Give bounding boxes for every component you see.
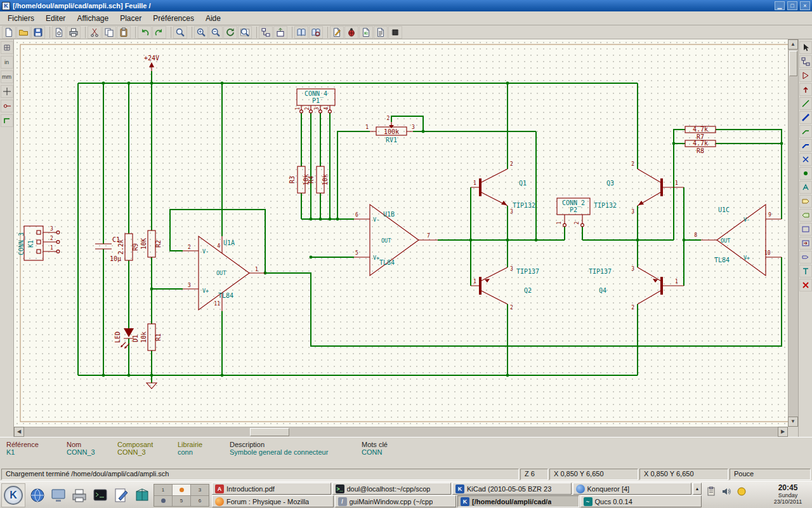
taskbar: K 1 3 5 6 AIntroduction.pdf >_doul@local… [0, 481, 812, 508]
notifier-tray-icon[interactable] [736, 486, 747, 497]
cut-button[interactable] [88, 26, 102, 39]
page-settings-button[interactable] [52, 26, 66, 39]
undo-button[interactable] [138, 26, 152, 39]
clipboard-tray-icon[interactable] [705, 486, 717, 497]
new-page-icon [4, 27, 14, 37]
hierarchy-select-button[interactable] [799, 55, 812, 68]
open-schematic-button[interactable] [16, 26, 30, 39]
bus-to-bus-entry-button[interactable] [799, 139, 812, 152]
taskbar-item-konqueror-group[interactable]: Konqueror [4] [573, 483, 692, 495]
netlist-button[interactable] [359, 26, 373, 39]
close-button[interactable]: × [800, 1, 810, 10]
horizontal-scroll-thumb[interactable] [250, 428, 289, 436]
vertical-scroll-thumb[interactable] [789, 51, 797, 76]
place-bus-button[interactable] [799, 111, 812, 124]
pager-desktop-2[interactable] [173, 485, 190, 495]
hidden-pins-button[interactable] [1, 100, 13, 112]
taskbar-item-introduction-pdf[interactable]: AIntroduction.pdf [212, 483, 331, 495]
package-launcher[interactable] [133, 485, 152, 505]
konsole-launcher[interactable] [91, 485, 110, 505]
u1b-value: TL84 [379, 259, 395, 266]
u1c-pin10: 10 [764, 250, 771, 256]
taskbar-clock[interactable]: 20:45 Sunday 23/10/2011 [766, 483, 809, 507]
konqueror-launcher[interactable] [28, 485, 47, 505]
place-component-button[interactable] [799, 69, 812, 82]
cancel-tool-button[interactable] [799, 41, 812, 54]
bom-button[interactable] [374, 26, 388, 39]
grid-toggle-button[interactable] [1, 41, 13, 54]
import-sheet-pin-button[interactable] [799, 237, 812, 250]
menu-fichiers[interactable]: Fichiers [3, 13, 39, 24]
place-global-label-button[interactable] [799, 195, 812, 208]
place-hierarchical-label-button[interactable] [799, 209, 812, 222]
taskbar-group-arrow[interactable]: ▲ [693, 483, 702, 495]
place-sheet-button[interactable] [799, 223, 812, 236]
pager-desktop-3[interactable]: 3 [191, 485, 209, 495]
menu-preferences[interactable]: Préférences [148, 13, 199, 24]
place-sheet-pin-button[interactable] [799, 251, 812, 264]
pager-desktop-1[interactable]: 1 [154, 485, 172, 495]
vertical-scrollbar[interactable]: ▲ ▼ [788, 39, 798, 427]
wire-to-bus-entry-button[interactable] [799, 125, 812, 138]
new-schematic-button[interactable] [2, 26, 16, 39]
hierarchy-navigator-button[interactable] [259, 26, 273, 39]
run-cvpcb-button[interactable] [388, 26, 402, 39]
library-browser-button[interactable] [309, 26, 323, 39]
orthogonal-wires-button[interactable] [1, 114, 13, 127]
taskbar-item-konsole[interactable]: >_doul@localhost:~/cpp/scop [332, 483, 452, 495]
delete-item-button[interactable] [799, 279, 812, 291]
volume-tray-icon[interactable] [721, 486, 732, 497]
printer-launcher[interactable] [70, 485, 89, 505]
copy-button[interactable] [102, 26, 116, 39]
print-button[interactable] [67, 26, 81, 39]
q2-ref: Q2 [524, 287, 532, 294]
zoom-redraw-button[interactable] [223, 26, 237, 39]
horizontal-scrollbar[interactable]: ◀ ▶ [14, 427, 788, 437]
taskbar-item-code-editor[interactable]: /guiMainWindow.cpp (~/cpp [335, 495, 457, 507]
scroll-left-arrow[interactable]: ◀ [14, 427, 24, 437]
save-project-button[interactable] [31, 26, 45, 39]
menu-editer[interactable]: Editer [41, 13, 70, 24]
place-power-button[interactable] [799, 83, 812, 96]
pager-desktop-6[interactable]: 6 [191, 496, 209, 507]
taskbar-item-qucs[interactable]: ~Qucs 0.0.14 [580, 495, 702, 507]
place-no-connect-button[interactable] [799, 153, 812, 166]
taskbar-item-eeschema-active[interactable]: K[/home/doul/ampli/cad/a [457, 495, 579, 507]
taskbar-item-firefox[interactable]: Forum : Physique - Mozilla [212, 495, 334, 507]
units-inch-button[interactable]: in [1, 56, 13, 69]
find-button[interactable] [173, 26, 187, 39]
zoom-fit-button[interactable] [238, 26, 252, 39]
erc-button[interactable] [344, 26, 358, 39]
kicad-icon: K [461, 497, 469, 506]
menu-affichage[interactable]: Affichage [72, 13, 114, 24]
place-wire-button[interactable] [799, 97, 812, 110]
units-mm-button[interactable]: mm [1, 70, 13, 83]
zoom-in-button[interactable] [194, 26, 208, 39]
menu-aide[interactable]: Aide [200, 13, 226, 24]
library-editor-button[interactable] [294, 26, 308, 39]
kmenu-button[interactable]: K [1, 483, 25, 507]
scroll-right-arrow[interactable]: ▶ [778, 427, 788, 437]
menu-placer[interactable]: Placer [115, 13, 147, 24]
pager-desktop-5[interactable]: 5 [173, 496, 190, 507]
zoom-out-button[interactable] [209, 26, 223, 39]
status-zoom: Z 6 [520, 469, 548, 480]
redo-button[interactable] [152, 26, 166, 39]
editor-launcher[interactable] [112, 485, 131, 505]
leave-sheet-icon [275, 27, 285, 37]
place-text-button[interactable] [799, 265, 812, 277]
annotate-button[interactable] [330, 26, 344, 39]
place-net-label-button[interactable] [799, 181, 812, 194]
desktop-launcher[interactable] [49, 485, 68, 505]
pager-desktop-4[interactable] [154, 496, 172, 507]
minimize-button[interactable]: ▁ [775, 1, 785, 10]
scroll-up-arrow[interactable]: ▲ [788, 39, 798, 50]
leave-sheet-button[interactable] [273, 26, 287, 39]
taskbar-item-kicad-manager[interactable]: KKiCad (2010-05-05 BZR 23 [452, 483, 572, 495]
cursor-shape-button[interactable] [1, 85, 13, 98]
place-junction-button[interactable] [799, 167, 812, 180]
schematic-canvas[interactable]: +24V CONN_3 K1 3 2 1 C1 10µ 2.2k R9 10K … [14, 39, 788, 427]
paste-button[interactable] [117, 26, 131, 39]
maximize-button[interactable]: □ [787, 1, 797, 10]
scroll-down-arrow[interactable]: ▼ [788, 417, 798, 427]
